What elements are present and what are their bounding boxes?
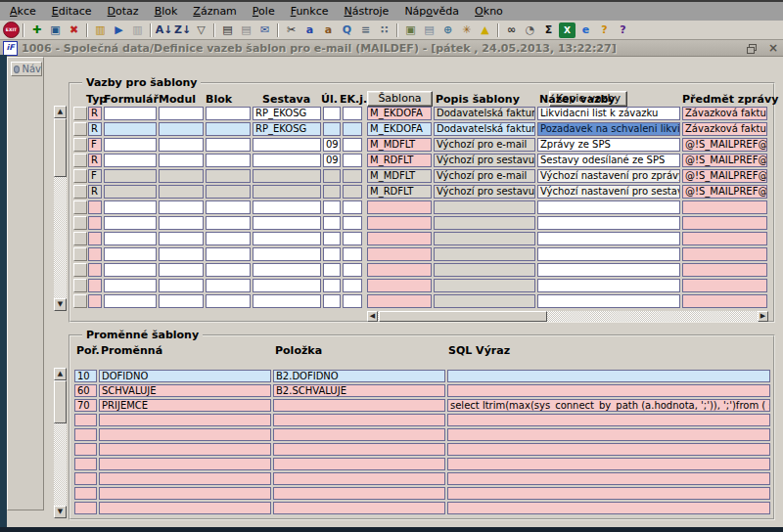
table1-cell-modul[interactable] [159, 122, 204, 136]
table2-cell-sql[interactable] [447, 370, 770, 382]
table1-cell-ekj[interactable] [343, 107, 362, 120]
print-icon[interactable]: ▤ [219, 22, 236, 38]
table1-cell-nazev[interactable]: Likvidacni list k závazku [537, 107, 680, 120]
table1-cell-formular[interactable] [104, 185, 157, 199]
table1-cell-nazev[interactable] [537, 232, 680, 245]
table2-cell-promenna[interactable] [99, 443, 271, 456]
table1-cell-typ[interactable] [88, 279, 102, 292]
table1-cell-popis[interactable] [434, 200, 535, 214]
table1-cell-ekj[interactable] [343, 247, 362, 261]
table2-cell-por[interactable] [74, 502, 97, 514]
table1-cell-popis[interactable]: Dodavatelská faktura [434, 107, 535, 120]
table2-cell-promenna[interactable]: DOFIDNO [99, 370, 271, 382]
menu-blok[interactable]: Blok [147, 3, 186, 20]
table1-cell-formular[interactable] [104, 216, 157, 230]
table1-cell-modul[interactable] [159, 216, 204, 230]
table1-cell-formular[interactable] [104, 154, 157, 167]
table1-scroll-right-icon[interactable]: ▶ [758, 311, 768, 322]
table1-cell-ekj[interactable] [343, 200, 362, 214]
table1-cell-ekj[interactable] [343, 154, 362, 167]
table1-cell-ul[interactable] [323, 216, 341, 230]
cut-icon[interactable]: ✂ [283, 22, 299, 38]
table1-cell-typ[interactable] [88, 216, 102, 230]
table1-cell-sablona[interactable] [367, 200, 432, 214]
table1-cell-sestava[interactable] [253, 138, 321, 152]
find-icon[interactable]: Q [339, 22, 355, 38]
table1-cell-ul[interactable] [323, 279, 341, 292]
table1-scroll-down-icon[interactable]: ▼ [54, 298, 67, 311]
table1-cell-predmet[interactable] [682, 263, 767, 277]
table2-cell-polozka[interactable] [273, 487, 445, 500]
sigma-icon[interactable]: Σ [540, 22, 557, 38]
table1-cell-ekj[interactable] [343, 279, 362, 292]
table2-cell-por[interactable] [74, 443, 97, 456]
table1-cell-sestava[interactable] [253, 263, 321, 277]
table2-cell-promenna[interactable] [99, 414, 271, 426]
close-icon[interactable]: × [763, 41, 783, 55]
table1-cell-predmet[interactable] [682, 200, 767, 214]
table1-cell-popis[interactable] [434, 247, 535, 261]
table1-cell-ekj[interactable] [343, 185, 362, 199]
table2-scroll-up-icon[interactable]: ▲ [54, 368, 67, 380]
table1-cell-nazev[interactable]: Pozadavek na schvaleni likvidacniho li [537, 122, 680, 136]
menu-akce[interactable]: Akce [2, 3, 44, 20]
table2-cell-promenna[interactable] [99, 472, 271, 485]
table1-cell-sablona[interactable]: M_MDFLT [367, 169, 432, 183]
table1-cell-ul[interactable] [323, 247, 341, 261]
insert-record-icon[interactable]: ✚ [28, 22, 45, 38]
table1-cell-sestava[interactable] [253, 169, 321, 183]
table2-cell-polozka[interactable] [273, 502, 445, 514]
table1-scroll-left-icon[interactable]: ◀ [367, 311, 378, 322]
table2-vscroll-thumb[interactable] [54, 380, 67, 423]
table1-cell-typ[interactable]: F [88, 138, 102, 152]
table1-cell-ekj[interactable] [343, 232, 362, 245]
table1-cell-modul[interactable] [159, 294, 204, 308]
table1-cell-sablona[interactable] [367, 263, 432, 277]
delete-record-icon[interactable]: ✖ [66, 22, 82, 38]
table1-cell-sestava[interactable] [253, 294, 321, 308]
binoculars-icon[interactable]: ∞ [503, 22, 520, 38]
table1-cell-blok[interactable] [206, 232, 251, 245]
table1-cell-predmet[interactable]: Závazková faktura čís [682, 107, 767, 120]
table2-cell-por[interactable]: 70 [74, 399, 97, 412]
table1-cell-nazev[interactable] [537, 294, 680, 308]
table1-cell-modul[interactable] [159, 169, 204, 183]
clock-icon[interactable]: ◔ [522, 22, 538, 38]
table1-cell-blok[interactable] [206, 279, 251, 292]
clipboard-icon[interactable]: ▣ [402, 22, 419, 38]
table2-cell-por[interactable] [74, 414, 97, 426]
menu-editace[interactable]: Editace [44, 3, 100, 20]
table1-cell-modul[interactable] [159, 263, 204, 277]
table1-cell-nazev[interactable] [537, 247, 680, 261]
table1-cell-formular[interactable] [104, 138, 157, 152]
table2-cell-promenna[interactable]: SCHVALUJE [99, 384, 271, 397]
execute-query-icon[interactable]: ▶ [111, 22, 127, 38]
table2-cell-sql[interactable] [447, 384, 770, 397]
table1-cell-nazev[interactable] [537, 200, 680, 214]
table1-cell-typ[interactable]: R [88, 185, 102, 199]
table1-cell-predmet[interactable] [682, 216, 767, 230]
table2-cell-sql[interactable] [447, 414, 770, 426]
table1-cell-formular[interactable] [104, 247, 157, 261]
menu-okno[interactable]: Okno [467, 3, 511, 20]
table2-cell-sql[interactable]: select ltrim(max(sys_connect_by_path (a.… [447, 399, 770, 412]
table1-cell-popis[interactable]: Výchozí pro e-mail [434, 169, 535, 183]
table2-cell-sql[interactable] [447, 458, 770, 470]
table1-cell-popis[interactable]: Výchozí pro sestavu ode [434, 154, 535, 167]
table2-cell-sql[interactable] [447, 428, 770, 441]
table1-cell-ul[interactable] [323, 232, 341, 245]
table1-cell-modul[interactable] [159, 279, 204, 292]
table1-cell-formular[interactable] [104, 232, 157, 245]
table1-cell-modul[interactable] [159, 138, 204, 152]
table1-cell-sestava[interactable] [253, 200, 321, 214]
table2-cell-promenna[interactable]: PRIJEMCE [99, 399, 271, 412]
tree-icon[interactable]: ∷ [376, 22, 392, 38]
table1-cell-blok[interactable] [206, 122, 251, 136]
table2-cell-polozka[interactable] [273, 458, 445, 470]
table1-cell-blok[interactable] [206, 107, 251, 120]
menu-zaznam[interactable]: Záznam [185, 3, 245, 20]
table1-cell-ekj[interactable] [343, 216, 362, 230]
table1-cell-nazev[interactable]: Zprávy ze SPS [537, 138, 680, 152]
table2-scroll-down-icon[interactable]: ▼ [54, 506, 67, 518]
table1-cell-predmet[interactable] [682, 279, 767, 292]
